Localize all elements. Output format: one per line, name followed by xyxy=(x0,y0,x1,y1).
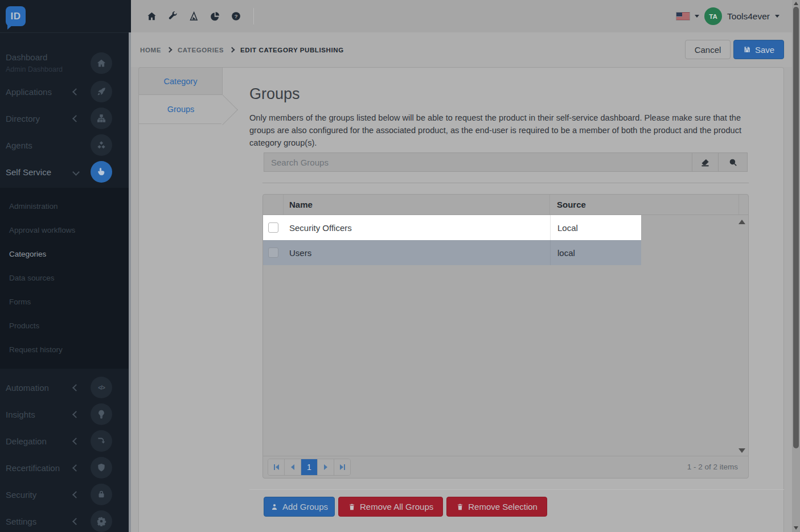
chevron-left-icon xyxy=(72,518,80,525)
home-icon xyxy=(91,52,112,74)
search-icon xyxy=(728,158,738,167)
cell-source: local xyxy=(550,240,641,265)
sidebar-item-directory[interactable]: Directory xyxy=(0,105,129,131)
sidebar-item-delegation[interactable]: Delegation xyxy=(0,428,129,454)
pager-last-button[interactable] xyxy=(334,459,350,475)
submenu-item-request-history[interactable]: Request history xyxy=(0,338,129,362)
table-row[interactable]: Users local xyxy=(263,240,641,265)
cubes-icon xyxy=(91,134,112,156)
shield-icon xyxy=(91,457,112,479)
sidebar-item-self-service[interactable]: Self Service xyxy=(0,159,129,185)
pager-prev-button[interactable] xyxy=(285,459,301,475)
table-row[interactable]: Security Officers Local xyxy=(263,215,641,240)
sidebar-item-automation[interactable]: Automation </> xyxy=(0,374,129,401)
language-caret-icon[interactable] xyxy=(695,15,699,18)
user-menu[interactable]: Tools4ever xyxy=(727,11,770,22)
trash-icon xyxy=(456,503,464,511)
column-header-source[interactable]: Source xyxy=(550,195,739,215)
groups-grid: Name Source Security Officers Local User… xyxy=(262,194,749,479)
topbar-divider xyxy=(253,8,254,24)
scrollbar-down-icon[interactable] xyxy=(794,526,798,530)
tab-groups[interactable]: Groups xyxy=(138,94,223,124)
scrollbar-up-icon[interactable] xyxy=(794,2,798,5)
svg-text:?: ? xyxy=(234,13,237,19)
remove-all-groups-button[interactable]: Remove All Groups xyxy=(338,497,443,517)
code-icon: </> xyxy=(91,377,112,398)
column-header-name[interactable]: Name xyxy=(284,195,550,215)
sidebar-item-sublabel: Admin Dashboard xyxy=(6,65,63,73)
pager-next-button[interactable] xyxy=(318,459,334,475)
floppy-icon xyxy=(743,46,751,53)
row-checkbox[interactable] xyxy=(268,248,278,258)
sidebar: ID Dashboard Admin Dashboard Application… xyxy=(0,0,131,532)
submenu-item-products[interactable]: Products xyxy=(0,314,129,338)
language-flag-icon[interactable] xyxy=(676,13,690,20)
helloid-logo[interactable]: ID xyxy=(6,6,26,26)
search-button[interactable] xyxy=(719,152,748,172)
row-checkbox[interactable] xyxy=(268,222,278,233)
submenu-item-approval-workflows[interactable]: Approval workflows xyxy=(0,218,129,242)
chevron-left-icon xyxy=(72,384,80,391)
sidebar-item-agents[interactable]: Agents xyxy=(0,132,129,158)
save-button[interactable]: Save xyxy=(733,40,784,59)
header-checkbox-column xyxy=(263,195,284,215)
pager-page-button[interactable]: 1 xyxy=(301,459,318,475)
chevron-left-icon xyxy=(72,88,80,96)
sidebar-item-applications[interactable]: Applications xyxy=(0,79,129,105)
tab-category[interactable]: Category xyxy=(138,67,223,95)
add-groups-button[interactable]: Add Groups xyxy=(264,497,335,517)
delegate-arrow-icon xyxy=(91,430,112,452)
cell-name: Security Officers xyxy=(284,223,550,233)
sidebar-divider xyxy=(129,32,131,532)
grid-header-row: Name Source xyxy=(263,195,748,215)
cell-source: Local xyxy=(550,215,641,240)
gear-icon xyxy=(91,510,112,532)
sidebar-item-label: Dashboard Admin Dashboard xyxy=(6,52,63,73)
scroll-down-icon[interactable] xyxy=(739,448,745,453)
logo-text: ID xyxy=(11,11,21,22)
wrench-icon[interactable] xyxy=(167,11,178,22)
chevron-down-icon xyxy=(72,168,80,176)
page-description: Only members of the groups listed below … xyxy=(249,112,742,149)
section-divider xyxy=(249,489,784,490)
sidebar-item-security[interactable]: Security xyxy=(0,481,129,508)
workflow-icon[interactable] xyxy=(188,11,199,22)
sidebar-logo-row: ID xyxy=(0,0,131,33)
chevron-left-icon xyxy=(72,411,80,418)
sidebar-item-dashboard[interactable]: Dashboard Admin Dashboard xyxy=(0,50,129,76)
rocket-icon xyxy=(91,81,112,102)
sidebar-item-recertification[interactable]: Recertification xyxy=(0,455,129,481)
home-icon[interactable] xyxy=(146,11,157,22)
user-caret-icon[interactable] xyxy=(775,15,780,18)
breadcrumb: HOME CATEGORIES EDIT CATEGORY PUBLISHING xyxy=(140,32,344,67)
remove-selection-button[interactable]: Remove Selection xyxy=(446,497,547,517)
hand-pointer-icon xyxy=(91,161,112,183)
page-title: Groups xyxy=(249,85,300,103)
sidebar-item-settings[interactable]: Settings xyxy=(0,508,129,532)
sidebar-item-insights[interactable]: Insights xyxy=(0,401,129,427)
submenu-item-administration[interactable]: Administration xyxy=(0,195,129,218)
cancel-button[interactable]: Cancel xyxy=(685,40,731,59)
scrollbar-thumb[interactable] xyxy=(793,7,799,448)
submenu-item-data-sources[interactable]: Data sources xyxy=(0,266,129,290)
breadcrumb-home[interactable]: HOME xyxy=(140,47,161,53)
page-scrollbar[interactable] xyxy=(792,0,800,532)
pager-first-button[interactable] xyxy=(268,459,285,475)
clear-search-button[interactable] xyxy=(692,152,719,172)
help-icon[interactable]: ? xyxy=(231,11,241,22)
app-root: ID Dashboard Admin Dashboard Application… xyxy=(0,0,800,532)
breadcrumb-current: EDIT CATEGORY PUBLISHING xyxy=(240,47,344,53)
search-input[interactable] xyxy=(264,152,692,172)
avatar[interactable]: TA xyxy=(704,7,722,25)
person-icon xyxy=(270,503,278,511)
pie-chart-icon[interactable] xyxy=(210,11,220,22)
chevron-left-icon xyxy=(72,115,80,122)
toolbar-divider xyxy=(262,183,749,183)
breadcrumb-categories[interactable]: CATEGORIES xyxy=(178,47,224,53)
submenu-item-forms[interactable]: Forms xyxy=(0,290,129,314)
scroll-up-icon[interactable] xyxy=(739,220,745,224)
submenu-item-categories[interactable]: Categories xyxy=(0,242,129,266)
chevron-left-icon xyxy=(72,464,80,472)
search-toolbar xyxy=(264,152,748,172)
lock-icon xyxy=(91,484,112,505)
